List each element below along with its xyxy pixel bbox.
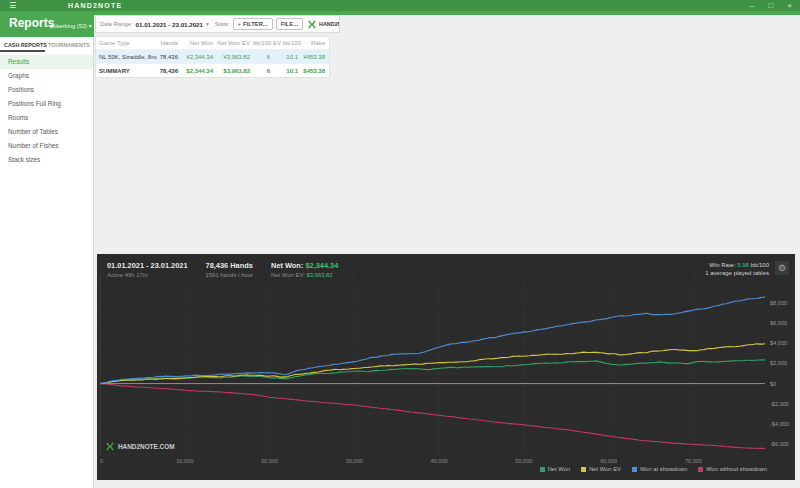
reports-header: Reports pokerking (52) ▾ xyxy=(0,11,94,37)
legend-item-net-won[interactable]: Net Won xyxy=(540,466,570,472)
sidebar-item-rooms[interactable]: Rooms xyxy=(0,111,93,125)
cell-net-won-ev: $3,963.82 xyxy=(216,68,253,74)
win-rate-value: 5.98 xyxy=(737,262,749,268)
win-rate-label: Win Rate: xyxy=(709,262,735,268)
cell-game-type: SUMMARY xyxy=(96,68,157,74)
x-axis-label: 60,000 xyxy=(600,458,617,464)
close-button[interactable]: × xyxy=(787,0,792,11)
cell-ev-bb-100: 10.1 xyxy=(273,54,301,60)
sidebar-item-graphs[interactable]: Graphs xyxy=(0,69,93,83)
x-axis-label: 0 xyxy=(100,458,103,464)
legend-swatch xyxy=(581,467,586,472)
column-header-net-won-ev: Net Won EV xyxy=(216,40,253,46)
chart-networn-group: Net Won: $2,344.34 Net Won EV: $3,963.82 xyxy=(271,261,338,278)
legend-swatch xyxy=(698,467,703,472)
chart-header: 01.01.2021 - 23.01.2021 Active 49h 17m 7… xyxy=(107,261,338,278)
win-rate-unit: bb/100 xyxy=(751,262,769,268)
tab-tournaments[interactable]: TOURNAMENTS xyxy=(46,37,90,52)
date-range-value[interactable]: 01.01.2021 - 23.01.2021 xyxy=(136,21,203,28)
sidebar-item-stack-sizes[interactable]: Stack sizes xyxy=(0,153,93,167)
column-header-rake: Rake xyxy=(301,40,328,46)
app-title: HAND2NOTE xyxy=(68,2,122,9)
date-range-label: Date Range: xyxy=(100,21,133,27)
minimize-button[interactable]: – xyxy=(750,0,754,11)
column-header-game-type: Game Type xyxy=(96,40,157,46)
chart-settings-button[interactable]: ⚙ xyxy=(775,261,789,275)
results-table: Game TypeHandsNet WonNet Won EVbb/100EV … xyxy=(95,36,330,78)
legend-label: Won at showdown xyxy=(640,466,687,472)
table-body: NL 50K, Straddle, 8max78,436¥2,344.34¥3,… xyxy=(96,49,329,77)
column-header-ev-bb-100: EV bb/100 xyxy=(273,40,301,46)
cell-bb-100: 6 xyxy=(253,68,273,74)
sidebar-item-number-of-tables[interactable]: Number of Tables xyxy=(0,125,93,139)
legend-label: Net Won EV xyxy=(589,466,621,472)
table-header-row: Game TypeHandsNet WonNet Won EVbb/100EV … xyxy=(96,37,329,49)
x-axis-label: 10,000 xyxy=(176,458,193,464)
column-header-net-won: Net Won xyxy=(181,40,216,46)
x-axis-label: 40,000 xyxy=(431,458,448,464)
legend-label: Net Won xyxy=(548,466,570,472)
cell-rake: ¥453.38 xyxy=(301,54,328,60)
cell-rake: $453.38 xyxy=(301,68,328,74)
legend-item-net-won-ev[interactable]: Net Won EV xyxy=(581,466,621,472)
stats-label: Stats: xyxy=(215,21,230,27)
column-header-hands: Hands xyxy=(157,40,181,46)
plus-icon: + xyxy=(238,21,241,27)
chart-winrate-block: Win Rate: 5.98 bb/100 1 average played t… xyxy=(705,262,769,276)
maximize-button[interactable]: □ xyxy=(768,0,773,11)
sidebar-item-positions[interactable]: Positions xyxy=(0,83,93,97)
avg-tables: 1 average played tables xyxy=(705,270,769,276)
net-won-label: Net Won: xyxy=(271,261,303,270)
y-axis-label: -$4,000 xyxy=(770,421,789,427)
x-axis-label: 70,000 xyxy=(685,458,702,464)
legend-item-won-without-showdown[interactable]: Won without showdown xyxy=(698,466,767,472)
window-controls: – □ × xyxy=(750,0,792,11)
file-button[interactable]: FILE... xyxy=(276,18,303,30)
sidebar-item-number-of-fishes[interactable]: Number of Fishes xyxy=(0,139,93,153)
legend-item-won-at-showdown[interactable]: Won at showdown xyxy=(632,466,687,472)
cell-net-won: ¥2,344.34 xyxy=(181,54,216,60)
chart-hands-per-hour: 1591 hands / hour xyxy=(206,272,254,278)
cell-game-type: NL 50K, Straddle, 8max xyxy=(96,54,157,60)
chart-legend: Net WonNet Won EVWon at showdownWon with… xyxy=(540,466,767,472)
y-axis-label: -$6,000 xyxy=(770,441,789,447)
chart-active-time: Active 49h 17m xyxy=(107,272,188,278)
table-row[interactable]: SUMMARY78,436$2,344.34$3,963.82610.1$453… xyxy=(96,63,329,77)
legend-label: Won without showdown xyxy=(706,466,767,472)
net-won-ev-value: $3,963.82 xyxy=(306,272,332,278)
chevron-down-icon: ▾ xyxy=(89,23,92,29)
hamburger-menu-icon[interactable]: ☰ xyxy=(9,1,16,11)
page-title: Reports xyxy=(9,16,54,30)
y-axis-label: $4,000 xyxy=(770,340,787,346)
x-axis-label: 20,000 xyxy=(261,458,278,464)
y-axis-label: $8,000 xyxy=(770,300,787,306)
net-won-value: $2,344.34 xyxy=(305,261,338,270)
sidebar: CASH REPORTS TOURNAMENTS ResultsGraphsPo… xyxy=(0,37,94,488)
gear-icon: ⚙ xyxy=(778,263,786,273)
hand2note-brand: HAND2NOTE.COM xyxy=(307,20,340,29)
sidebar-tabs: CASH REPORTS TOURNAMENTS xyxy=(0,37,93,52)
chart-date-group: 01.01.2021 - 23.01.2021 Active 49h 17m xyxy=(107,261,188,278)
cell-hands: 78,436 xyxy=(157,68,181,74)
hand2note-window: ☰ HAND2NOTE – □ × Reports pokerking (52)… xyxy=(0,0,800,488)
chart-hands: 78,436 Hands xyxy=(206,261,254,270)
winnings-chart: $8,000$6,000$4,000$2,000$0-$2,000-$4,000… xyxy=(97,254,795,480)
chevron-down-icon[interactable]: ▾ xyxy=(206,21,209,27)
chart-watermark: HAND2NOTE.COM xyxy=(105,442,174,451)
legend-swatch xyxy=(540,467,545,472)
legend-swatch xyxy=(632,467,637,472)
filter-button[interactable]: +FILTER... xyxy=(233,18,273,30)
chart-date-range: 01.01.2021 - 23.01.2021 xyxy=(107,261,188,270)
account-dropdown[interactable]: pokerking (52) ▾ xyxy=(50,23,92,29)
header-green-strip xyxy=(0,11,800,15)
chart-panel: $8,000$6,000$4,000$2,000$0-$2,000-$4,000… xyxy=(97,254,795,480)
y-axis-label: $2,000 xyxy=(770,360,787,366)
hand2note-logo-icon xyxy=(307,20,317,29)
sidebar-item-positions-full-ring[interactable]: Positions Full Ring xyxy=(0,97,93,111)
column-header-bb-100: bb/100 xyxy=(253,40,273,46)
sidebar-item-results[interactable]: Results xyxy=(0,55,93,69)
x-axis-label: 30,000 xyxy=(346,458,363,464)
cell-net-won: $2,344.34 xyxy=(181,68,216,74)
active-tab-indicator xyxy=(0,50,45,52)
table-row[interactable]: NL 50K, Straddle, 8max78,436¥2,344.34¥3,… xyxy=(96,49,329,63)
